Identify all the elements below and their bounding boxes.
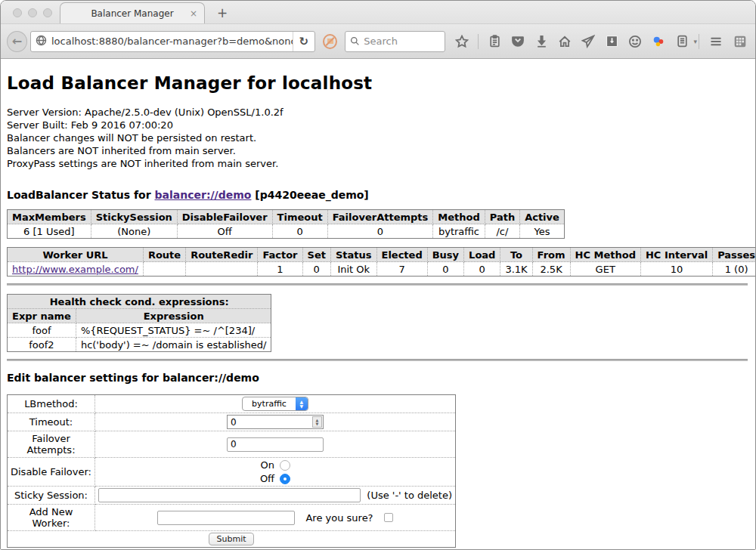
url-bar[interactable]: localhost:8880/balancer-manager?b=demo&n… <box>30 31 315 52</box>
cell-expr-name: foof2 <box>8 338 76 352</box>
bookmark-star-icon[interactable] <box>453 32 471 51</box>
persist-notice-line: Balancer changes will NOT be persisted o… <box>7 131 748 144</box>
save-to-box-icon[interactable] <box>603 32 621 51</box>
grid-extension-icon[interactable] <box>731 32 749 51</box>
colors-extension-icon[interactable] <box>649 32 668 51</box>
table-row: 6 [1 Used] (None) Off 0 0 bytraffic /c/ … <box>8 224 565 239</box>
pocket-icon[interactable] <box>509 32 527 51</box>
toolbar-separator <box>478 34 479 49</box>
col-header: Load <box>464 248 500 262</box>
cell-timeout: 0 <box>272 224 327 239</box>
col-header: To <box>500 248 532 262</box>
submit-button[interactable]: Submit <box>209 533 253 545</box>
worker-table: Worker URL Route RouteRedir Factor Set S… <box>7 247 755 277</box>
navigation-toolbar: ← localhost:8880/balancer-manager?b=demo… <box>1 23 755 59</box>
edit-balancer-heading: Edit balancer settings for balancer://de… <box>7 372 748 384</box>
col-header: Factor <box>258 248 302 262</box>
balancer-demo-link[interactable]: balancer://demo <box>155 189 252 201</box>
lbmethod-select[interactable]: bytraffic ▲▼ <box>242 397 308 411</box>
cell-route <box>143 262 185 277</box>
tab-close-icon[interactable]: × <box>190 8 197 19</box>
cell-disablefailover: Off <box>177 224 272 239</box>
health-table-title: Health check cond. expressions: <box>8 295 271 309</box>
status-heading-suffix: [p4420eeae_demo] <box>251 189 368 201</box>
table-row: foof2 hc('body') =~ /domain is establish… <box>8 338 271 352</box>
worker-url-link[interactable]: http://www.example.com/ <box>12 264 138 275</box>
menu-icon[interactable] <box>707 32 725 51</box>
col-header: FailoverAttempts <box>327 210 433 224</box>
col-header: Path <box>485 210 519 224</box>
search-icon <box>350 36 360 46</box>
divider <box>7 283 748 286</box>
cell-maxmembers: 6 [1 Used] <box>8 224 91 239</box>
zoom-window-button[interactable] <box>43 8 52 17</box>
form-row-submit: Submit <box>8 531 456 548</box>
cell-factor: 1 <box>258 262 302 277</box>
search-bar[interactable]: Search <box>345 31 445 52</box>
cell-stickysession: (None) <box>91 224 177 239</box>
downloads-icon[interactable] <box>532 32 550 51</box>
url-text[interactable]: localhost:8880/balancer-manager?b=demo&n… <box>51 36 293 47</box>
form-row-add-worker: Add New Worker: Are you sure? <box>8 505 456 531</box>
cell-from: 2.5K <box>532 262 570 277</box>
col-header: RouteRedir <box>186 248 258 262</box>
edit-balancer-form: LBmethod: bytraffic ▲▼ Timeout: ▲▼ <box>7 394 456 548</box>
home-icon[interactable] <box>556 32 574 51</box>
failover-attempts-label: Failover Attempts: <box>8 431 95 458</box>
health-check-table: Health check cond. expressions: Expr nam… <box>7 294 271 352</box>
table-row: http://www.example.com/ 1 0 Init Ok 7 0 … <box>8 262 756 277</box>
lbmethod-selected-value: bytraffic <box>243 397 296 410</box>
timeout-input[interactable] <box>227 415 324 429</box>
add-worker-input[interactable] <box>157 511 295 525</box>
browser-window: Balancer Manager × + ← localhost:8880/ba… <box>0 0 756 550</box>
toolbar-icons: ▾ <box>453 32 697 51</box>
col-header: Route <box>143 248 185 262</box>
cell-expression: hc('body') =~ /domain is established/ <box>76 338 271 352</box>
failover-attempts-input[interactable] <box>227 437 324 452</box>
tab-balancer-manager[interactable]: Balancer Manager × <box>60 2 205 23</box>
select-stepper-icon: ▲▼ <box>296 397 308 410</box>
send-icon[interactable] <box>579 32 597 51</box>
content-blocked-icon[interactable] <box>323 34 337 49</box>
back-button[interactable]: ← <box>7 31 27 52</box>
sticky-session-input[interactable] <box>98 488 361 502</box>
cell-set: 0 <box>302 262 330 277</box>
number-spinner-icon[interactable]: ▲▼ <box>312 416 322 428</box>
cell-hc-method: GET <box>570 262 640 277</box>
col-header: Method <box>433 210 485 224</box>
tab-title: Balancer Manager <box>91 8 173 19</box>
col-header: Busy <box>427 248 463 262</box>
server-info: Server Version: Apache/2.5.0-dev (Unix) … <box>7 106 748 170</box>
clipboard-icon[interactable] <box>485 32 503 51</box>
form-row-timeout: Timeout: ▲▼ <box>8 413 456 431</box>
disable-failover-on-radio[interactable] <box>280 460 290 471</box>
radio-on-label: On <box>261 459 274 471</box>
cell-worker-url: http://www.example.com/ <box>8 262 144 277</box>
col-header: Active <box>520 210 565 224</box>
form-row-lbmethod: LBmethod: bytraffic ▲▼ <box>8 395 456 413</box>
smiley-icon[interactable] <box>626 32 644 51</box>
cell-elected: 7 <box>376 262 427 277</box>
search-input[interactable]: Search <box>364 36 398 47</box>
toolbar-right-group <box>697 32 749 51</box>
disable-failover-off-radio[interactable] <box>280 474 290 484</box>
col-header: Set <box>302 248 330 262</box>
globe-icon[interactable] <box>36 35 47 48</box>
cell-passes: 1 (0) <box>713 262 755 277</box>
balancer-status-table: MaxMembers StickySession DisableFailover… <box>7 209 565 239</box>
lbmethod-label: LBmethod: <box>8 395 95 413</box>
timeout-label: Timeout: <box>8 413 95 431</box>
cell-load: 0 <box>464 262 500 277</box>
page-title: Load Balancer Manager for localhost <box>7 73 748 93</box>
close-window-button[interactable] <box>13 8 22 17</box>
notes-panel-icon[interactable] <box>673 32 691 51</box>
minimize-window-button[interactable] <box>28 8 37 17</box>
new-tab-button[interactable]: + <box>214 5 231 20</box>
col-header: DisableFailover <box>177 210 272 224</box>
cell-method: bytraffic <box>433 224 485 239</box>
reload-icon[interactable]: ↻ <box>293 32 312 51</box>
cell-status: Init Ok <box>330 262 376 277</box>
are-you-sure-checkbox[interactable] <box>384 513 393 522</box>
status-heading-prefix: LoadBalancer Status for <box>7 189 155 201</box>
cell-to: 3.1K <box>500 262 532 277</box>
